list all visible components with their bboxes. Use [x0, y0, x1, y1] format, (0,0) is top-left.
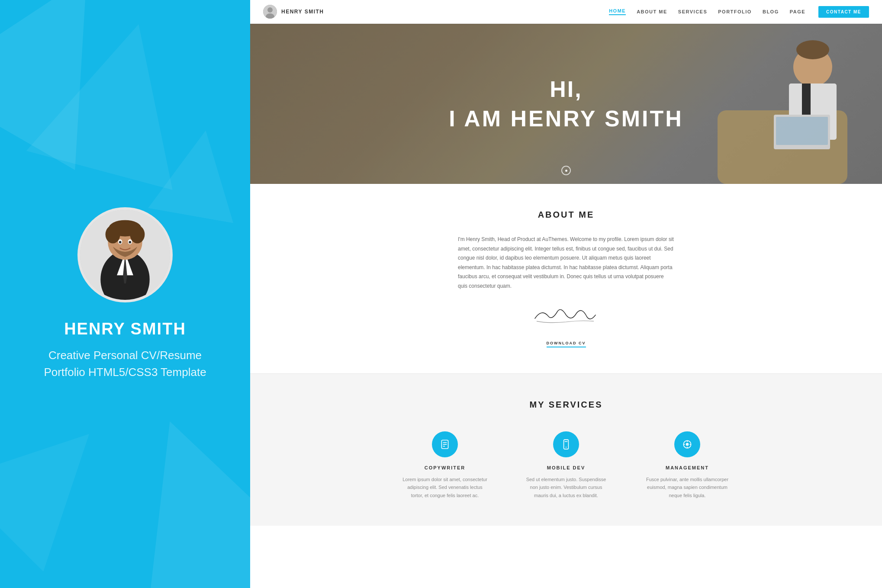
mobile-dev-label: MOBILE DEV — [547, 465, 585, 470]
left-panel: HENRY SMITH Creative Personal CV/Resume … — [0, 0, 250, 588]
signature — [531, 304, 601, 330]
hero-text: HI, I AM HENRY SMITH — [449, 76, 683, 132]
service-copywriter: COPYWRITER Lorem ipsum dolor sit amet, c… — [402, 431, 488, 500]
nav-blog[interactable]: BLOG — [763, 9, 779, 14]
mobile-dev-desc: Sed ut elementum justo. Suspendisse non … — [523, 476, 609, 500]
hero-section: HI, I AM HENRY SMITH — [250, 24, 882, 184]
services-grid: COPYWRITER Lorem ipsum dolor sit amet, c… — [285, 431, 847, 500]
svg-rect-27 — [564, 440, 569, 449]
hero-scroll-indicator[interactable] — [561, 166, 571, 175]
contact-me-button[interactable]: CONTACT ME — [818, 6, 869, 18]
navbar-brand-name: HENRY SMITH — [281, 9, 324, 15]
svg-point-11 — [119, 241, 122, 244]
management-icon — [682, 439, 693, 450]
avatar — [77, 207, 173, 302]
copywriter-icon-circle — [432, 431, 458, 457]
right-panel: HENRY SMITH HOME ABOUT ME SERVICES PORTF… — [250, 0, 882, 588]
nav-portfolio[interactable]: PORTFOLIO — [718, 9, 752, 14]
management-desc: Fusce pulvinar, ante mollis ullamcorper … — [644, 476, 731, 500]
svg-point-18 — [796, 40, 829, 59]
nav-about[interactable]: ABOUT ME — [637, 9, 667, 14]
navbar-avatar — [263, 5, 277, 19]
svg-point-28 — [566, 447, 567, 447]
svg-point-31 — [686, 443, 689, 446]
geo-shape-4 — [0, 388, 135, 572]
mobile-dev-icon-circle — [553, 431, 579, 457]
management-icon-circle — [674, 431, 700, 457]
service-mobile-dev: MOBILE DEV Sed ut elementum justo. Suspe… — [523, 431, 609, 500]
svg-point-8 — [130, 225, 145, 244]
about-section: ABOUT ME I'm Henry Smith, Head of Produc… — [250, 184, 882, 373]
svg-point-12 — [129, 241, 132, 244]
signature-svg — [531, 304, 601, 326]
geo-shape-3 — [68, 385, 250, 588]
navbar: HENRY SMITH HOME ABOUT ME SERVICES PORTF… — [250, 0, 882, 24]
about-text: I'm Henry Smith, Head of Product at AuTh… — [458, 235, 674, 291]
services-section: MY SERVICES COPYWRITER Lorem ipsum dolor… — [250, 374, 882, 526]
svg-point-7 — [106, 225, 120, 244]
hero-greeting: HI, — [449, 76, 683, 102]
hero-person-illustration — [718, 24, 847, 184]
navbar-brand: HENRY SMITH — [263, 5, 324, 19]
svg-rect-22 — [776, 117, 828, 145]
navbar-avatar-img — [263, 5, 277, 19]
svg-point-14 — [267, 7, 273, 13]
hero-name: I AM HENRY SMITH — [449, 106, 683, 132]
copywriter-desc: Lorem ipsum dolor sit amet, consectetur … — [402, 476, 488, 500]
copywriter-icon — [439, 439, 451, 450]
about-title: ABOUT ME — [285, 210, 847, 220]
avatar-image — [80, 210, 170, 300]
copywriter-label: COPYWRITER — [425, 465, 466, 470]
main-nav: HOME ABOUT ME SERVICES PORTFOLIO BLOG PA… — [609, 8, 805, 15]
download-cv-button[interactable]: DOWNLOAD CV — [547, 341, 586, 347]
left-content: HENRY SMITH Creative Personal CV/Resume … — [26, 190, 225, 398]
left-subtitle: Creative Personal CV/Resume Portfolio HT… — [43, 347, 207, 381]
left-person-name: HENRY SMITH — [64, 320, 186, 338]
services-title: MY SERVICES — [285, 400, 847, 410]
nav-home[interactable]: HOME — [609, 8, 626, 15]
mobile-dev-icon — [560, 439, 572, 450]
management-label: MANAGEMENT — [666, 465, 709, 470]
nav-page[interactable]: PAGE — [790, 9, 805, 14]
nav-services[interactable]: SERVICES — [678, 9, 707, 14]
service-management: MANAGEMENT Fusce pulvinar, ante mollis u… — [644, 431, 731, 500]
